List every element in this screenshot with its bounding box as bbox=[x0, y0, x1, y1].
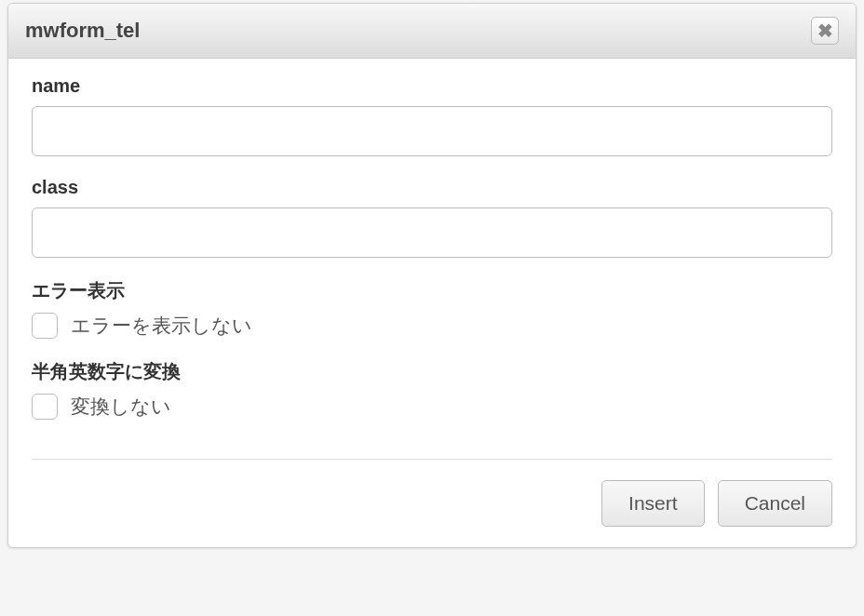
error-display-label: エラー表示 bbox=[32, 278, 832, 303]
dialog-footer: Insert Cancel bbox=[32, 459, 832, 547]
class-input[interactable] bbox=[32, 208, 832, 258]
form-group-class: class bbox=[32, 177, 832, 258]
error-display-checkbox-row: エラーを表示しない bbox=[32, 313, 832, 339]
dialog: mwform_tel ✖ name class エラー表示 エラーを表示しない … bbox=[7, 3, 857, 548]
convert-checkbox-label: 変換しない bbox=[71, 394, 171, 420]
name-label: name bbox=[32, 75, 832, 97]
insert-button[interactable]: Insert bbox=[601, 480, 705, 527]
name-input[interactable] bbox=[32, 106, 832, 156]
close-icon: ✖ bbox=[817, 21, 833, 40]
convert-label: 半角英数字に変換 bbox=[32, 359, 832, 384]
dialog-body: name class エラー表示 エラーを表示しない 半角英数字に変換 変換しな… bbox=[8, 59, 856, 449]
form-group-convert: 半角英数字に変換 変換しない bbox=[32, 359, 832, 420]
convert-checkbox-row: 変換しない bbox=[32, 394, 832, 420]
form-group-error-display: エラー表示 エラーを表示しない bbox=[32, 278, 832, 339]
error-display-checkbox-label: エラーを表示しない bbox=[71, 313, 252, 339]
dialog-header: mwform_tel ✖ bbox=[8, 4, 856, 59]
class-label: class bbox=[32, 177, 832, 198]
close-button[interactable]: ✖ bbox=[811, 17, 839, 45]
form-group-name: name bbox=[32, 75, 832, 156]
cancel-button[interactable]: Cancel bbox=[718, 480, 832, 527]
dialog-title: mwform_tel bbox=[25, 19, 140, 43]
error-display-checkbox[interactable] bbox=[32, 313, 58, 339]
convert-checkbox[interactable] bbox=[32, 394, 58, 420]
